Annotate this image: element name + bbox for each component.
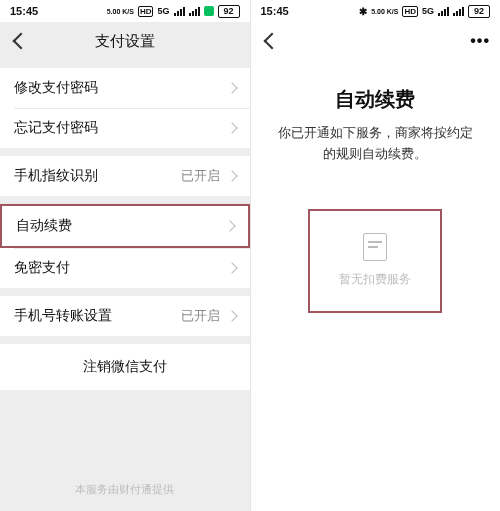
row-label: 自动续费	[16, 217, 72, 235]
battery: 92	[468, 5, 490, 18]
status-rate: 5.00 K/S	[371, 8, 398, 15]
page-description: 你已开通如下服务，商家将按约定的规则自动续费。	[275, 123, 477, 165]
status-time: 15:45	[261, 5, 289, 17]
row-deregister-wechat-pay[interactable]: 注销微信支付	[0, 344, 250, 390]
signal-icon	[174, 7, 185, 16]
battery: 92	[218, 5, 240, 18]
chevron-left-icon	[13, 33, 30, 50]
row-password-free-pay[interactable]: 免密支付	[0, 248, 250, 288]
row-value: 已开启	[181, 167, 220, 185]
page-title: 支付设置	[0, 32, 250, 51]
document-icon	[363, 233, 387, 261]
screen-auto-renew: 15:45 ✱ 5.00 K/S HD 5G 92 ••• 自动续费 你已开通如…	[251, 0, 501, 511]
status-rate: 5.00 K/S	[107, 8, 134, 15]
row-label: 手机号转账设置	[14, 307, 112, 325]
status-net: 5G	[157, 6, 169, 16]
page-title: 自动续费	[275, 86, 477, 113]
signal-icon	[438, 7, 449, 16]
nav-bar: •••	[251, 22, 501, 60]
chevron-right-icon	[226, 262, 237, 273]
chevron-right-icon	[226, 310, 237, 321]
nav-bar: 支付设置	[0, 22, 250, 60]
signal-icon-2	[189, 7, 200, 16]
status-bar: 15:45 ✱ 5.00 K/S HD 5G 92	[251, 0, 501, 22]
row-label: 修改支付密码	[14, 79, 98, 97]
row-phone-transfer-settings[interactable]: 手机号转账设置 已开启	[0, 296, 250, 336]
deregister-label: 注销微信支付	[83, 358, 167, 374]
chevron-right-icon	[226, 170, 237, 181]
row-label: 免密支付	[14, 259, 70, 277]
back-button[interactable]	[10, 30, 32, 52]
bluetooth-icon: ✱	[359, 6, 367, 17]
chevron-right-icon	[224, 220, 235, 231]
green-dot-icon	[204, 6, 214, 16]
row-label: 忘记支付密码	[14, 119, 98, 137]
empty-text: 暂无扣费服务	[339, 271, 411, 288]
status-time: 15:45	[10, 5, 38, 17]
row-value: 已开启	[181, 307, 220, 325]
row-change-pay-password[interactable]: 修改支付密码	[0, 68, 250, 108]
chevron-right-icon	[226, 122, 237, 133]
row-forgot-pay-password[interactable]: 忘记支付密码	[0, 108, 250, 148]
auto-renew-content: 自动续费 你已开通如下服务，商家将按约定的规则自动续费。 暂无扣费服务	[251, 60, 501, 511]
settings-content: 修改支付密码 忘记支付密码 手机指纹识别 已开启	[0, 60, 250, 511]
chevron-left-icon	[263, 33, 280, 50]
status-bar: 15:45 5.00 K/S HD 5G 92	[0, 0, 250, 22]
chevron-right-icon	[226, 82, 237, 93]
back-button[interactable]	[261, 30, 283, 52]
service-provider-note: 本服务由财付通提供	[0, 482, 250, 511]
screen-payment-settings: 15:45 5.00 K/S HD 5G 92 支付设置 修改支付密码	[0, 0, 251, 511]
signal-icon-2	[453, 7, 464, 16]
status-hd: HD	[138, 6, 154, 17]
empty-state: 暂无扣费服务	[308, 209, 442, 313]
row-auto-renew[interactable]: 自动续费	[0, 204, 250, 248]
row-label: 手机指纹识别	[14, 167, 98, 185]
status-net: 5G	[422, 6, 434, 16]
row-fingerprint[interactable]: 手机指纹识别 已开启	[0, 156, 250, 196]
more-button[interactable]: •••	[470, 32, 490, 50]
status-hd: HD	[402, 6, 418, 17]
